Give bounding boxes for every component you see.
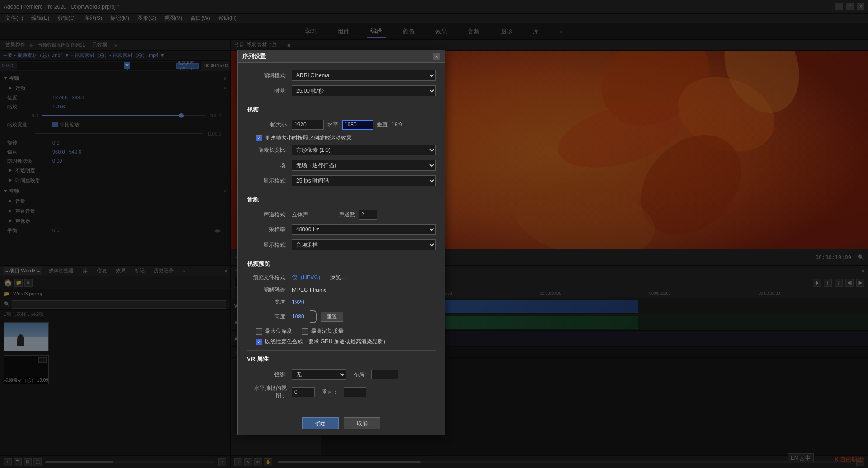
horizontal-control: 垂直：: [292, 387, 436, 397]
preview-size-control: 1920: [292, 299, 436, 305]
audio-display-label: 显示格式:: [247, 241, 292, 249]
linear-color-checkbox[interactable]: [256, 339, 262, 345]
pixel-aspect-select[interactable]: 方形像素 (1.0): [292, 145, 436, 155]
timebase-label: 时基:: [247, 87, 292, 95]
divider-3: [247, 255, 436, 255]
field-label: 场:: [247, 162, 292, 169]
display-format-select[interactable]: 25 fps 时间码: [292, 175, 436, 186]
audio-display-select[interactable]: 音频采样: [292, 239, 436, 250]
editing-mode-row: 编辑模式: ARRI Cinema: [247, 70, 436, 81]
vertical-label: 垂直：: [322, 388, 338, 396]
prev-height-value: 1080: [292, 314, 304, 320]
frame-h-label: 水平: [327, 121, 338, 129]
rescale-checkbox[interactable]: [256, 135, 262, 141]
preview-height-control: 1080 重置: [292, 310, 436, 323]
codec-label: 编解码器:: [247, 286, 292, 294]
max-depth-row: 最大位深度 最高渲染质量: [247, 328, 436, 335]
frame-v-label: 垂直: [377, 121, 388, 129]
codec-value: MPEG I-frame: [292, 287, 327, 293]
frame-size-row: 帧大小 水平 垂直 16:9: [247, 120, 436, 130]
sample-rate-row: 采样率: 48000 Hz: [247, 224, 436, 235]
timebase-select[interactable]: 25.00 帧/秒: [292, 85, 436, 96]
rescale-label: 更改帧大小时按照比例缩放运动效果: [265, 134, 352, 142]
dialog-title-bar: 序列设置 ×: [238, 50, 445, 63]
video-preview-title: 视频预览: [247, 260, 436, 270]
timebase-row: 时基: 25.00 帧/秒: [247, 85, 436, 96]
channels-label: 声道数: [339, 211, 355, 219]
max-depth-label: 最大位深度: [265, 328, 292, 335]
video-section-title: 视频: [247, 106, 436, 116]
prev-width-value: 1920: [292, 299, 304, 305]
frame-size-label: 帧大小: [247, 121, 292, 129]
sequence-settings-dialog: 序列设置 × 编辑模式: ARRI Cinema 时基: 25.00 帧/秒: [237, 50, 445, 435]
link-icon: [310, 310, 317, 323]
layout-input[interactable]: [371, 370, 398, 379]
field-select[interactable]: 无场（逐行扫描）: [292, 160, 436, 171]
editing-mode-control: ARRI Cinema: [292, 70, 436, 81]
audio-format-value: 立体声: [292, 211, 308, 219]
preview-format-row: 预览文件格式: 仅（HEVC） 浏览...: [247, 274, 436, 281]
display-format-label: 显示格式:: [247, 177, 292, 185]
frame-width-input[interactable]: [292, 120, 324, 130]
projection-row: 投影: 无 布局:: [247, 369, 436, 380]
field-row: 场: 无场（逐行扫描）: [247, 160, 436, 171]
preview-size-row: 宽度: 1920: [247, 298, 436, 306]
dialog-body: 编辑模式: ARRI Cinema 时基: 25.00 帧/秒 视频: [238, 63, 445, 412]
browse-btn[interactable]: 浏览...: [330, 274, 346, 281]
pixel-aspect-row: 像素长宽比: 方形像素 (1.0): [247, 145, 436, 155]
prev-height-label: 高度:: [247, 313, 292, 321]
editing-mode-select[interactable]: ARRI Cinema: [292, 70, 436, 81]
field-control: 无场（逐行扫描）: [292, 160, 436, 171]
aspect-label: 16:9: [392, 122, 402, 128]
dialog-footer: 确定 取消: [238, 412, 445, 435]
audio-display-control: 音频采样: [292, 239, 436, 250]
channels-input[interactable]: [359, 210, 377, 220]
dialog-close-button[interactable]: ×: [433, 53, 440, 60]
cancel-button[interactable]: 取消: [344, 417, 380, 429]
audio-section-title: 音频: [247, 196, 436, 206]
audio-format-row: 声道格式: 立体声 声道数: [247, 210, 436, 220]
vr-section-title: VR 属性: [247, 355, 436, 365]
modal-overlay[interactable]: 序列设置 × 编辑模式: ARRI Cinema 时基: 25.00 帧/秒: [0, 0, 868, 468]
projection-control: 无 布局:: [292, 369, 436, 380]
display-format-row: 显示格式: 25 fps 时间码: [247, 175, 436, 186]
horizontal-input[interactable]: [292, 387, 315, 397]
max-quality-label: 最高渲染质量: [311, 328, 344, 335]
rescale-checkbox-row: 更改帧大小时按照比例缩放运动效果: [247, 134, 436, 142]
linear-color-row: 以线性颜色合成（要求 GPU 加速或最高渲染品质）: [247, 338, 436, 346]
sample-rate-label: 采样率:: [247, 226, 292, 234]
audio-display-row: 显示格式: 音频采样: [247, 239, 436, 250]
preview-height-row: 高度: 1080 重置: [247, 310, 436, 323]
audio-format-control: 立体声 声道数: [292, 210, 436, 220]
frame-size-control: 水平 垂直 16:9: [292, 120, 436, 130]
codec-row: 编解码器: MPEG I-frame: [247, 286, 436, 294]
prev-width-label: 宽度:: [247, 298, 292, 306]
horizontal-label: 水平捕捉的视图：: [247, 384, 292, 400]
projection-label: 投影:: [247, 371, 292, 379]
timebase-control: 25.00 帧/秒: [292, 85, 436, 96]
codec-control: MPEG I-frame: [292, 287, 436, 293]
dialog-title: 序列设置: [242, 52, 266, 61]
preview-format-control: 仅（HEVC） 浏览...: [292, 274, 436, 281]
pixel-aspect-label: 像素长宽比:: [247, 146, 292, 154]
linear-color-label: 以线性颜色合成（要求 GPU 加速或最高渲染品质）: [265, 338, 388, 346]
display-format-control: 25 fps 时间码: [292, 175, 436, 186]
divider-4: [247, 350, 436, 351]
pixel-aspect-control: 方形像素 (1.0): [292, 145, 436, 155]
divider-1: [247, 101, 436, 101]
horizontal-row: 水平捕捉的视图： 垂直：: [247, 384, 436, 400]
preview-format-label: 预览文件格式:: [247, 274, 292, 281]
sample-rate-control: 48000 Hz: [292, 224, 436, 235]
ok-button[interactable]: 确定: [302, 417, 339, 429]
max-quality-checkbox[interactable]: [302, 328, 308, 335]
vertical-input[interactable]: [344, 387, 366, 397]
reset-button[interactable]: 重置: [321, 312, 343, 322]
frame-height-input[interactable]: [342, 120, 373, 130]
sample-rate-select[interactable]: 48000 Hz: [292, 224, 436, 235]
layout-label: 布局:: [354, 371, 366, 379]
projection-select[interactable]: 无: [292, 369, 346, 380]
audio-format-label: 声道格式:: [247, 211, 292, 219]
preview-format-value[interactable]: 仅（HEVC）: [292, 274, 323, 281]
editing-mode-label: 编辑模式:: [247, 72, 292, 80]
max-depth-checkbox[interactable]: [256, 328, 262, 335]
